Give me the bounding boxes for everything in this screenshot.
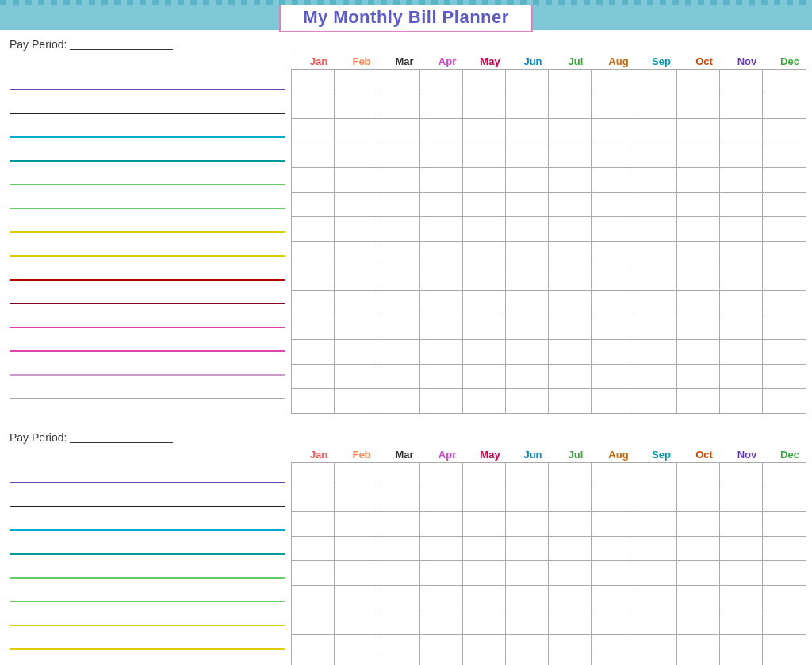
bill-line-item-13[interactable]: [10, 378, 285, 402]
grid-cell-2-0[interactable]: [292, 512, 335, 536]
bill-line-item-10[interactable]: [10, 307, 285, 331]
bill-line-item-2[interactable]: [10, 117, 285, 140]
grid-cell-3-1[interactable]: [335, 143, 377, 167]
grid-cell-11-2[interactable]: [377, 340, 420, 364]
pay-period-line-2[interactable]: [70, 432, 173, 443]
bill-line-item-3[interactable]: [10, 140, 285, 164]
bill-line-item-7[interactable]: [10, 235, 285, 259]
grid-cell-0-8[interactable]: [634, 70, 677, 94]
grid-cell-1-0[interactable]: [292, 94, 335, 118]
grid-cell-10-5[interactable]: [506, 315, 549, 339]
grid-cell-8-6[interactable]: [549, 659, 592, 665]
grid-cell-5-4[interactable]: [463, 586, 506, 610]
grid-cell-8-8[interactable]: [634, 659, 677, 665]
grid-cell-0-11[interactable]: [763, 70, 806, 94]
grid-cell-0-4[interactable]: [463, 70, 506, 94]
grid-cell-7-8[interactable]: [634, 242, 677, 266]
grid-cell-0-6[interactable]: [549, 463, 592, 487]
grid-cell-10-3[interactable]: [420, 315, 463, 339]
grid-cell-3-6[interactable]: [549, 143, 592, 167]
grid-cell-8-9[interactable]: [677, 659, 720, 665]
grid-cell-8-10[interactable]: [720, 659, 763, 665]
grid-cell-0-2[interactable]: [377, 463, 420, 487]
grid-cell-0-1[interactable]: [335, 70, 377, 94]
grid-cell-4-10[interactable]: [720, 168, 763, 192]
grid-cell-6-8[interactable]: [634, 217, 677, 241]
grid-cell-13-2[interactable]: [377, 389, 420, 413]
grid-cell-7-4[interactable]: [463, 635, 506, 659]
bill-line-item-8[interactable]: [10, 652, 285, 665]
grid-cell-0-10[interactable]: [720, 70, 763, 94]
grid-cell-13-7[interactable]: [592, 389, 634, 413]
grid-cell-7-3[interactable]: [420, 242, 463, 266]
grid-cell-8-4[interactable]: [463, 266, 506, 290]
grid-cell-1-10[interactable]: [720, 94, 763, 118]
grid-cell-7-7[interactable]: [592, 242, 634, 266]
grid-cell-2-8[interactable]: [634, 512, 677, 536]
grid-cell-6-4[interactable]: [463, 217, 506, 241]
grid-cell-11-4[interactable]: [463, 340, 506, 364]
bill-line-item-6[interactable]: [10, 212, 285, 235]
grid-cell-4-3[interactable]: [420, 168, 463, 192]
grid-cell-10-8[interactable]: [634, 315, 677, 339]
grid-cell-12-10[interactable]: [720, 365, 763, 388]
grid-cell-2-2[interactable]: [377, 119, 420, 143]
grid-cell-1-0[interactable]: [292, 487, 335, 511]
grid-cell-0-11[interactable]: [763, 463, 806, 487]
grid-cell-3-0[interactable]: [292, 537, 335, 560]
grid-cell-5-10[interactable]: [720, 193, 763, 216]
grid-cell-0-1[interactable]: [335, 463, 377, 487]
grid-cell-4-7[interactable]: [592, 561, 634, 585]
grid-cell-4-11[interactable]: [763, 168, 806, 192]
grid-cell-10-4[interactable]: [463, 315, 506, 339]
grid-cell-3-11[interactable]: [763, 143, 806, 167]
grid-cell-5-4[interactable]: [463, 193, 506, 216]
grid-cell-1-2[interactable]: [377, 94, 420, 118]
grid-cell-1-6[interactable]: [549, 94, 592, 118]
grid-cell-3-0[interactable]: [292, 143, 335, 167]
grid-cell-4-2[interactable]: [377, 561, 420, 585]
grid-cell-0-7[interactable]: [592, 463, 634, 487]
grid-cell-11-5[interactable]: [506, 340, 549, 364]
bill-line-item-3[interactable]: [10, 533, 285, 557]
grid-cell-8-1[interactable]: [335, 266, 377, 290]
grid-cell-3-4[interactable]: [463, 537, 506, 560]
grid-cell-11-6[interactable]: [549, 340, 592, 364]
grid-cell-7-2[interactable]: [377, 242, 420, 266]
grid-cell-3-5[interactable]: [506, 143, 549, 167]
grid-cell-7-7[interactable]: [592, 635, 634, 659]
grid-cell-3-10[interactable]: [720, 143, 763, 167]
grid-cell-2-3[interactable]: [420, 512, 463, 536]
grid-cell-6-6[interactable]: [549, 610, 592, 634]
grid-cell-2-6[interactable]: [549, 119, 592, 143]
grid-cell-6-10[interactable]: [720, 217, 763, 241]
grid-cell-9-9[interactable]: [677, 291, 720, 315]
grid-cell-1-3[interactable]: [420, 487, 463, 511]
grid-cell-8-3[interactable]: [420, 659, 463, 665]
grid-cell-8-3[interactable]: [420, 266, 463, 290]
grid-cell-4-5[interactable]: [506, 561, 549, 585]
grid-cell-12-7[interactable]: [592, 365, 634, 388]
grid-cell-4-8[interactable]: [634, 561, 677, 585]
grid-cell-0-6[interactable]: [549, 70, 592, 94]
grid-cell-6-8[interactable]: [634, 610, 677, 634]
grid-cell-5-1[interactable]: [335, 586, 377, 610]
grid-cell-13-4[interactable]: [463, 389, 506, 413]
grid-cell-1-1[interactable]: [335, 94, 377, 118]
grid-cell-5-7[interactable]: [592, 586, 634, 610]
grid-cell-13-0[interactable]: [292, 389, 335, 413]
grid-cell-9-1[interactable]: [335, 291, 377, 315]
grid-cell-2-3[interactable]: [420, 119, 463, 143]
grid-cell-8-0[interactable]: [292, 659, 335, 665]
grid-cell-0-9[interactable]: [677, 463, 720, 487]
grid-cell-4-0[interactable]: [292, 168, 335, 192]
grid-cell-4-7[interactable]: [592, 168, 634, 192]
grid-cell-5-9[interactable]: [677, 586, 720, 610]
grid-cell-11-11[interactable]: [763, 340, 806, 364]
grid-cell-3-2[interactable]: [377, 537, 420, 560]
grid-cell-8-7[interactable]: [592, 266, 634, 290]
grid-cell-2-2[interactable]: [377, 512, 420, 536]
grid-cell-6-2[interactable]: [377, 610, 420, 634]
grid-cell-12-5[interactable]: [506, 365, 549, 388]
grid-cell-0-0[interactable]: [292, 463, 335, 487]
